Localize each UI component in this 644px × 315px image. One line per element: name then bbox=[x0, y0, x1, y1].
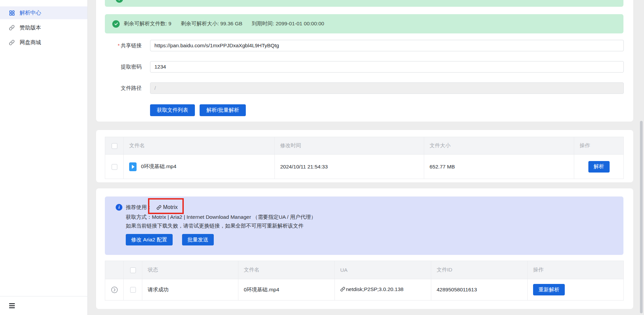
result-file-id: 42895058011613 bbox=[431, 279, 528, 300]
column-header-action: 操作 bbox=[528, 261, 624, 279]
link-icon bbox=[9, 40, 15, 46]
sidebar-item-label: 赞助版本 bbox=[20, 24, 41, 31]
path-label: 文件路径 bbox=[105, 85, 142, 92]
file-list-card: 文件名 修改时间 文件大小 操作 0环境基础.mp4 2024/10/11 21… bbox=[96, 130, 633, 182]
quota-expire-text: 到期时间: 2099-01-01 00:00:00 bbox=[252, 20, 324, 27]
parse-file-button[interactable]: 解析 bbox=[588, 161, 610, 173]
batch-send-button[interactable]: 批量发送 bbox=[182, 234, 214, 245]
column-header-filesize: 文件大小 bbox=[424, 137, 574, 155]
link-icon bbox=[340, 287, 345, 292]
file-modified-time: 2024/10/11 21:54:33 bbox=[275, 155, 424, 179]
success-alert-clipped bbox=[105, 0, 623, 7]
column-header-action: 操作 bbox=[574, 137, 624, 155]
password-input[interactable] bbox=[150, 61, 624, 73]
column-header-status: 状态 bbox=[142, 261, 238, 279]
row-checkbox[interactable] bbox=[112, 164, 117, 170]
file-name: 0环境基础.mp4 bbox=[141, 163, 176, 170]
link-icon bbox=[156, 205, 162, 210]
result-file-name: 0环境基础.mp4 bbox=[238, 279, 335, 300]
recommend-label: 推荐使用： bbox=[126, 204, 152, 211]
link-icon bbox=[9, 25, 15, 31]
share-link-input[interactable] bbox=[150, 40, 624, 51]
result-status: 请求成功 bbox=[142, 279, 238, 300]
column-header-ua: UA bbox=[335, 261, 431, 279]
sidebar-item-parse-center[interactable]: 解析中心 bbox=[0, 6, 87, 19]
parse-batch-button[interactable]: 解析/批量解析 bbox=[200, 104, 246, 116]
column-header-filename: 文件名 bbox=[124, 137, 275, 155]
password-label: 提取密码 bbox=[105, 63, 142, 71]
sidebar: 解析中心 赞助版本 网盘商城 bbox=[0, 0, 88, 315]
sidebar-item-label: 解析中心 bbox=[20, 9, 41, 17]
ua-value: netdisk;P2SP;3.0.20.138 bbox=[346, 286, 404, 292]
collapse-menu-icon[interactable] bbox=[9, 303, 15, 308]
sidebar-item-label: 网盘商城 bbox=[20, 39, 41, 46]
check-circle-icon bbox=[112, 20, 120, 28]
vertical-scrollbar-thumb[interactable] bbox=[640, 121, 643, 313]
motrix-link-label: Motrix bbox=[163, 204, 178, 210]
sidebar-footer bbox=[0, 296, 87, 315]
quota-size-text: 剩余可解析大小: 99.36 GB bbox=[181, 20, 242, 27]
path-input bbox=[150, 82, 624, 94]
grid-icon bbox=[9, 10, 15, 16]
file-size: 652.77 MB bbox=[424, 155, 574, 179]
table-row: 请求成功 0环境基础.mp4 netdisk;P2SP;3.0.20.138 bbox=[105, 279, 624, 300]
download-tip-text: 如果当前链接下载失败，请尝试更换链接，如果全部不可用可重新解析该文件 bbox=[126, 222, 623, 229]
column-header-fileid: 文件ID bbox=[431, 261, 528, 279]
video-file-icon bbox=[129, 162, 137, 171]
parse-form-card: 剩余可解析文件数: 9 剩余可解析大小: 99.36 GB 到期时间: 2099… bbox=[96, 0, 633, 122]
ua-link[interactable]: netdisk;P2SP;3.0.20.138 bbox=[340, 286, 404, 292]
select-all-checkbox[interactable] bbox=[112, 143, 117, 149]
result-table: 状态 文件名 UA 文件ID 操作 请求成功 bbox=[105, 261, 624, 300]
quota-alert: 剩余可解析文件数: 9 剩余可解析大小: 99.36 GB 到期时间: 2099… bbox=[105, 14, 623, 33]
sidebar-item-netdisk-mall[interactable]: 网盘商城 bbox=[0, 36, 87, 49]
share-link-label: *共享链接 bbox=[105, 42, 142, 49]
column-header-filename: 文件名 bbox=[238, 261, 335, 279]
main-content: 剩余可解析文件数: 9 剩余可解析大小: 99.36 GB 到期时间: 2099… bbox=[88, 0, 644, 315]
reparse-button[interactable]: 重新解析 bbox=[533, 284, 565, 295]
column-header-modified: 修改时间 bbox=[275, 137, 424, 155]
select-all-checkbox[interactable] bbox=[130, 267, 136, 273]
download-result-card: i 推荐使用： Motrix 获取方式：Motrix | Aria2 | Int… bbox=[96, 188, 633, 309]
sidebar-item-sponsor-version[interactable]: 赞助版本 bbox=[0, 21, 87, 34]
file-table: 文件名 修改时间 文件大小 操作 0环境基础.mp4 2024/10/11 21… bbox=[105, 137, 624, 179]
get-file-list-button[interactable]: 获取文件列表 bbox=[150, 104, 195, 116]
download-methods-text: 获取方式：Motrix | Aria2 | Internet Download … bbox=[126, 214, 623, 220]
motrix-link[interactable]: Motrix bbox=[156, 204, 178, 210]
quota-files-text: 剩余可解析文件数: 9 bbox=[124, 20, 171, 27]
table-row: 0环境基础.mp4 2024/10/11 21:54:33 652.77 MB … bbox=[105, 155, 624, 179]
modify-aria2-config-button[interactable]: 修改 Aria2 配置 bbox=[126, 234, 173, 245]
required-asterisk: * bbox=[118, 43, 120, 48]
row-checkbox[interactable] bbox=[130, 287, 136, 293]
expand-row-icon[interactable] bbox=[111, 286, 118, 293]
info-icon: i bbox=[116, 204, 122, 211]
download-tip-panel: i 推荐使用： Motrix 获取方式：Motrix | Aria2 | Int… bbox=[105, 196, 623, 255]
check-circle-icon bbox=[116, 0, 123, 3]
